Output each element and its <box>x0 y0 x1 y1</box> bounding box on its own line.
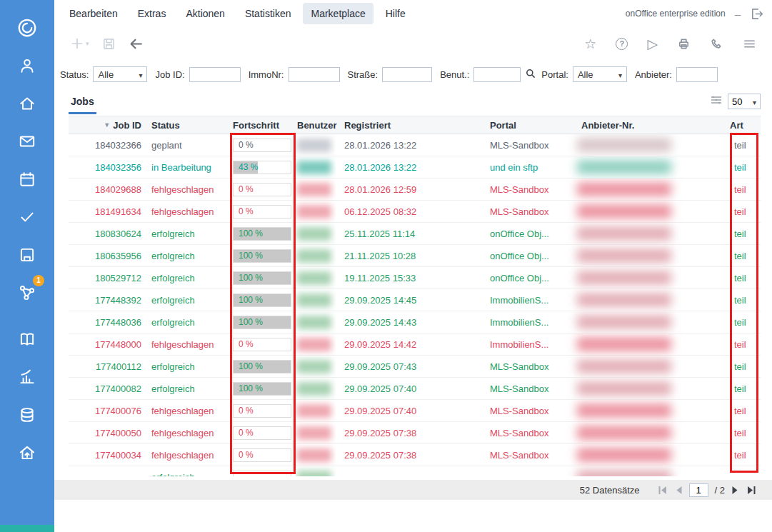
email-icon[interactable] <box>11 122 43 160</box>
table-row[interactable]: 177400112erfolgreich100 %29.09.2025 07:4… <box>69 356 761 378</box>
tasks-check-icon[interactable] <box>11 198 43 236</box>
column-header-anbieter-nr[interactable]: Anbieter-Nr. <box>558 120 721 131</box>
cell-registriert: 29.09.2025 07:38 <box>336 422 484 444</box>
cell-progress: 100 % <box>227 311 296 333</box>
cell-status: erfolgreich <box>146 356 227 378</box>
column-header-job-id[interactable]: ▼Job ID <box>69 120 146 131</box>
table-row[interactable]: 177448392erfolgreich100 %29.09.2025 14:4… <box>69 289 761 311</box>
brand-label: onOffice enterprise edition <box>626 9 726 19</box>
favorite-star-icon[interactable]: ☆ <box>584 37 596 51</box>
progress-label: 0 % <box>239 338 254 351</box>
page-number-input[interactable] <box>689 483 708 497</box>
immonr-filter-input[interactable] <box>289 67 340 82</box>
phone-icon[interactable] <box>710 37 723 51</box>
database-stack-icon[interactable] <box>11 396 43 433</box>
column-header-fortschritt[interactable]: Fortschritt <box>227 120 296 131</box>
strasse-filter-input[interactable] <box>382 67 432 82</box>
cell-benutzer <box>296 466 336 476</box>
cell-portal: onOffice Obj... <box>484 267 558 289</box>
table-row[interactable]: 181491634fehlgeschlagen0 %06.12.2025 08:… <box>69 201 761 223</box>
status-filter-select[interactable]: Alle <box>93 66 147 82</box>
menu-item-bearbeiten[interactable]: Bearbeiten <box>61 3 126 24</box>
column-header-portal[interactable]: Portal <box>484 120 558 131</box>
progress-label: 100 % <box>239 250 263 262</box>
calendar-icon[interactable] <box>11 160 43 198</box>
statistics-icon[interactable] <box>11 358 43 396</box>
benutzer-filter-input[interactable] <box>473 67 521 82</box>
cell-anbieter-nr <box>558 134 721 156</box>
table-row[interactable]: 180529712erfolgreich100 %19.11.2025 15:3… <box>69 267 761 289</box>
cell-art: teil <box>721 333 761 356</box>
anbieter-filter-input[interactable] <box>676 67 718 82</box>
logout-icon[interactable] <box>750 7 763 21</box>
next-page-icon[interactable] <box>731 486 740 495</box>
table-row[interactable]: 180830624erfolgreich100 %25.11.2025 11:1… <box>69 223 761 245</box>
cell-art: teil <box>721 134 761 156</box>
column-header-art[interactable]: Art <box>721 120 761 131</box>
cell-portal: MLS-Sandbox <box>484 400 558 422</box>
minimize-icon[interactable]: – <box>735 8 741 20</box>
anbieter-redacted-blob <box>577 381 671 396</box>
menu-item-marketplace[interactable]: Marketplace <box>303 3 373 24</box>
cell-job-id <box>69 466 146 476</box>
column-header-label: Benutzer <box>297 120 337 131</box>
previous-page-icon[interactable] <box>674 486 683 495</box>
table-row[interactable]: erfolgreich <box>69 466 761 476</box>
table-row[interactable]: 184029688fehlgeschlagen0 %28.01.2026 12:… <box>69 179 761 201</box>
menu-item-statistiken[interactable]: Statistiken <box>237 3 299 24</box>
cell-status: erfolgreich <box>146 311 227 333</box>
home-icon[interactable] <box>11 84 43 122</box>
cell-portal: MLS-Sandbox <box>484 356 558 378</box>
table-row[interactable]: 177448036erfolgreich100 %29.09.2025 14:4… <box>69 311 761 333</box>
acquisition-house-icon[interactable] <box>11 433 43 471</box>
column-header-registriert[interactable]: Registriert <box>336 120 484 131</box>
cell-art: teil <box>721 444 761 466</box>
progress-label: 100 % <box>239 361 263 373</box>
tab-jobs[interactable]: Jobs <box>69 96 96 114</box>
cell-benutzer <box>296 378 336 400</box>
table-row[interactable]: 184032356in Bearbeitung43 %28.01.2026 13… <box>69 156 761 179</box>
last-page-icon[interactable] <box>746 486 756 495</box>
add-icon[interactable]: ▾ <box>70 36 89 51</box>
objects-icon[interactable] <box>11 236 43 273</box>
knowledge-book-icon[interactable] <box>11 320 43 358</box>
cell-registriert: 29.09.2025 14:42 <box>336 333 484 356</box>
cell-art: teil <box>721 156 761 179</box>
search-icon[interactable] <box>525 68 536 81</box>
table-row[interactable]: 177400076fehlgeschlagen0 %29.09.2025 07:… <box>69 400 761 422</box>
first-page-icon[interactable] <box>658 486 668 495</box>
save-icon[interactable] <box>102 37 116 51</box>
notification-badge: 1 <box>33 275 44 286</box>
cell-anbieter-nr <box>558 289 721 311</box>
contacts-icon[interactable] <box>11 46 43 84</box>
table-row[interactable]: 177448000fehlgeschlagen0 %29.09.2025 14:… <box>69 333 761 356</box>
table-row[interactable]: 184032366geplant0 %28.01.2026 13:22MLS-S… <box>69 134 761 156</box>
column-header-benutzer[interactable]: Benutzer <box>296 120 336 131</box>
network-share-icon[interactable]: 1 <box>11 273 43 311</box>
play-icon[interactable]: ▷ <box>647 37 658 51</box>
menu-item-aktionen[interactable]: Aktionen <box>178 3 232 24</box>
cell-art: teil <box>721 422 761 444</box>
back-arrow-icon[interactable] <box>129 36 144 51</box>
job-id-filter-input[interactable] <box>189 67 241 82</box>
status-filter-value: Alle <box>98 69 114 80</box>
table-row[interactable]: 177400082erfolgreich100 %29.09.2025 07:4… <box>69 378 761 400</box>
help-icon[interactable]: ? <box>616 38 628 50</box>
onoffice-logo-icon[interactable] <box>11 9 43 46</box>
table-row[interactable]: 177400034fehlgeschlagen0 %29.09.2025 07:… <box>69 444 761 466</box>
table-row[interactable]: 177400050fehlgeschlagen0 %29.09.2025 07:… <box>69 422 761 444</box>
column-header-label: Anbieter-Nr. <box>581 120 634 131</box>
cell-portal: ImmobilienS... <box>484 289 558 311</box>
list-settings-icon[interactable] <box>711 95 722 108</box>
menu-item-extras[interactable]: Extras <box>130 3 174 24</box>
print-icon[interactable] <box>677 37 691 51</box>
progress-bar: 0 % <box>233 426 291 440</box>
column-header-status[interactable]: Status <box>146 120 227 131</box>
menu-item-hilfe[interactable]: Hilfe <box>378 3 413 24</box>
hamburger-menu-icon[interactable] <box>743 37 756 51</box>
portal-filter-select[interactable]: Alle <box>573 66 627 82</box>
progress-bar: 100 % <box>233 382 291 396</box>
table-row[interactable]: 180635956erfolgreich100 %21.11.2025 10:2… <box>69 245 761 267</box>
page-size-select[interactable]: 50 <box>728 94 761 109</box>
cell-registriert: 28.01.2026 12:59 <box>336 179 484 201</box>
